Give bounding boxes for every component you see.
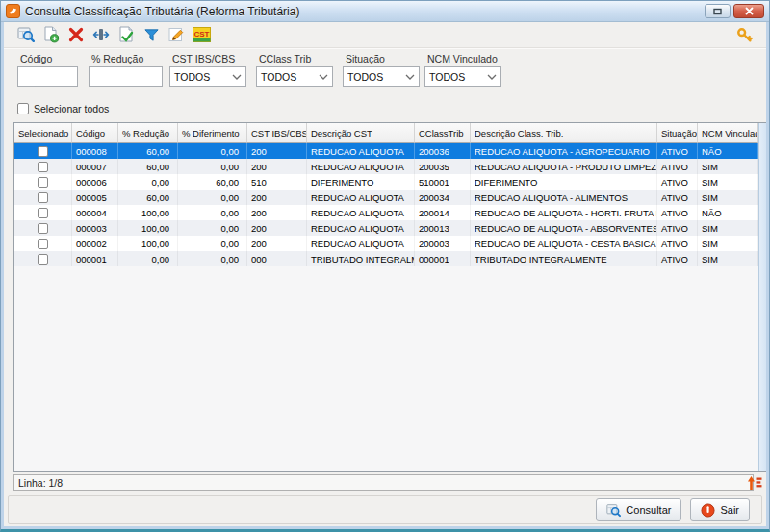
column-header[interactable]: % Redução: [118, 123, 178, 143]
resize-columns-icon: [92, 26, 110, 43]
cell-cclasstrib: 510001: [415, 174, 471, 190]
cell-codigo: 000006: [72, 174, 118, 190]
consultar-label: Consultar: [626, 504, 671, 516]
cell-ncm: NÃO: [698, 143, 758, 159]
cst-icon: CST: [192, 27, 211, 42]
column-header[interactable]: Selecionado: [14, 123, 72, 143]
cell-reducao: 100,00: [118, 205, 178, 220]
delete-x-icon: [68, 27, 84, 42]
select-all-checkbox[interactable]: [17, 103, 29, 114]
resize-columns-button[interactable]: [91, 25, 111, 44]
cell-diferimento: 0,00: [178, 236, 247, 251]
cell-diferimento: 0,00: [178, 190, 247, 205]
cell-codigo: 000004: [72, 205, 118, 220]
column-header[interactable]: Descrição Class. Trib.: [471, 123, 657, 143]
row-checkbox[interactable]: [38, 254, 48, 265]
row-checkbox[interactable]: [38, 162, 48, 172]
status-line-text: Linha: 1/8: [18, 477, 63, 489]
column-header[interactable]: Código: [72, 123, 118, 143]
minimize-button[interactable]: [705, 4, 731, 18]
access-key-button[interactable]: [734, 25, 754, 44]
row-checkbox[interactable]: [38, 192, 48, 203]
ncm-select[interactable]: TODOS: [424, 66, 501, 87]
cell-desc_cst: DIFERIMENTO: [307, 174, 415, 190]
vertical-scrollbar[interactable]: [758, 123, 766, 471]
grid-header: SelecionadoCódigo% Redução% DiferimentoC…: [14, 123, 758, 143]
window-title: Consulta Classificação Tributária (Refor…: [25, 5, 299, 18]
table-row[interactable]: 000002100,000,00200REDUCAO ALIQUOTA20000…: [14, 236, 758, 251]
cell-ncm: SIM: [698, 251, 758, 266]
row-checkbox[interactable]: [38, 208, 48, 218]
cell-selecionado: [14, 159, 72, 174]
cell-reducao: 60,00: [118, 159, 178, 174]
close-button[interactable]: [733, 4, 764, 18]
filter-button[interactable]: [141, 25, 161, 44]
cst-select-value: TODOS: [174, 71, 210, 83]
situacao-select[interactable]: TODOS: [343, 66, 420, 87]
column-header[interactable]: CClassTrib: [415, 123, 471, 143]
column-header[interactable]: Descrição CST: [307, 123, 415, 143]
column-header[interactable]: % Diferimento: [178, 123, 247, 143]
cell-codigo: 000002: [72, 236, 118, 251]
table-row[interactable]: 0000060,0060,00510DIFERIMENTO510001DIFER…: [14, 174, 758, 190]
cell-cclasstrib: 200003: [415, 236, 471, 251]
cell-reducao: 0,00: [118, 251, 178, 266]
cell-desc_class: TRIBUTADO INTEGRALMENTE: [471, 251, 657, 266]
cclass-select[interactable]: TODOS: [256, 66, 333, 87]
column-header[interactable]: NCM Vinculado: [698, 123, 758, 143]
row-checkbox[interactable]: [38, 146, 48, 157]
codigo-input[interactable]: [17, 66, 78, 87]
row-checkbox[interactable]: [38, 223, 48, 234]
column-header[interactable]: CST IBS/CBS: [247, 123, 307, 143]
cell-cclasstrib: 200036: [415, 143, 471, 159]
search-button[interactable]: [16, 25, 36, 44]
cell-desc_class: REDUCAO ALIQUOTA - AGROPECUARIO: [471, 143, 657, 159]
cell-selecionado: [14, 205, 72, 220]
filter-codigo: Código: [17, 53, 78, 87]
confirm-document-button[interactable]: [116, 25, 136, 44]
table-row[interactable]: 000004100,000,00200REDUCAO ALIQUOTA20001…: [14, 205, 758, 220]
table-row[interactable]: 000003100,000,00200REDUCAO ALIQUOTA20001…: [14, 220, 758, 236]
select-all-row: Selecionar todos: [17, 103, 109, 114]
row-checkbox[interactable]: [38, 239, 48, 249]
row-checkbox[interactable]: [38, 177, 48, 188]
ncm-label: NCM Vinculado: [424, 53, 501, 64]
cell-diferimento: 0,00: [178, 159, 247, 174]
cell-desc_class: DIFERIMENTO: [471, 174, 657, 190]
filter-situacao: Situação TODOS: [343, 53, 420, 87]
key-icon: [736, 27, 753, 43]
cell-cst: 200: [247, 236, 307, 251]
cell-desc_class: REDUCAO DE ALIQUOTA - HORTI. FRUTA E OVO: [471, 205, 657, 220]
cell-ncm: SIM: [698, 220, 758, 236]
cell-selecionado: [14, 220, 72, 236]
cell-situacao: ATIVO: [657, 159, 698, 174]
cclass-select-value: TODOS: [261, 71, 296, 83]
cell-cclasstrib: 200014: [415, 205, 471, 220]
sair-button[interactable]: Sair: [690, 498, 750, 521]
cell-diferimento: 0,00: [178, 143, 247, 159]
cst-button[interactable]: CST: [192, 25, 211, 44]
chevron-down-icon: [405, 74, 415, 80]
cell-desc_cst: REDUCAO ALIQUOTA: [307, 236, 415, 251]
table-row[interactable]: 00000760,000,00200REDUCAO ALIQUOTA200035…: [14, 159, 758, 174]
cell-cclasstrib: 200034: [415, 190, 471, 205]
cell-cclasstrib: 200035: [415, 159, 471, 174]
table-row[interactable]: 00000560,000,00200REDUCAO ALIQUOTA200034…: [14, 190, 758, 205]
cst-select[interactable]: TODOS: [169, 66, 246, 87]
new-record-button[interactable]: [41, 25, 61, 44]
chevron-down-icon: [319, 74, 328, 80]
edit-button[interactable]: [167, 25, 186, 44]
select-all-label: Selecionar todos: [34, 103, 109, 114]
consultar-button[interactable]: Consultar: [596, 498, 681, 521]
column-header[interactable]: Situação: [657, 123, 698, 143]
minimize-icon: [713, 8, 722, 15]
status-bar: Linha: 1/8: [13, 474, 754, 491]
delete-button[interactable]: [66, 25, 86, 44]
cell-cclasstrib: 200013: [415, 220, 471, 236]
scroll-top-button[interactable]: [747, 474, 764, 492]
search-icon: [17, 26, 35, 43]
table-row[interactable]: 00000860,000,00200REDUCAO ALIQUOTA200036…: [14, 143, 758, 159]
reducao-input[interactable]: [89, 66, 163, 87]
cell-desc_cst: REDUCAO ALIQUOTA: [307, 205, 415, 220]
table-row[interactable]: 0000010,000,00000TRIBUTADO INTEGRALMENTE…: [14, 251, 758, 266]
